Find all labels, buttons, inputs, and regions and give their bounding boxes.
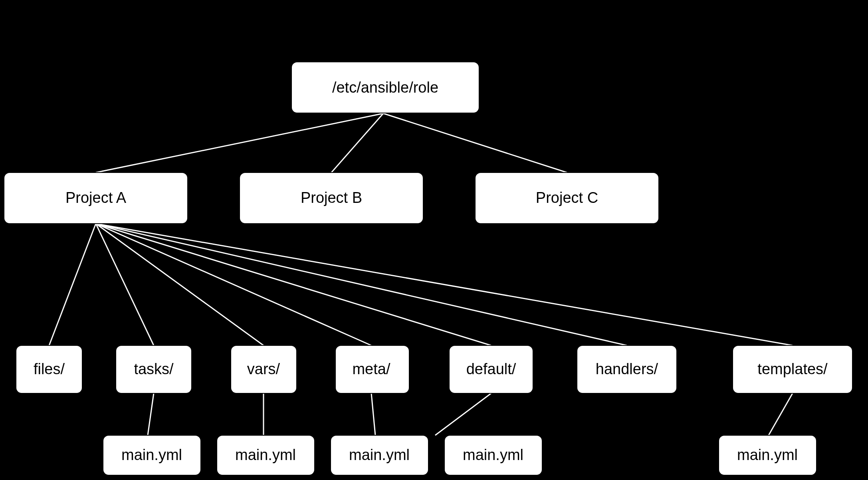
file-vars-main-label: main.yml bbox=[235, 446, 296, 463]
node-file-default-main: main.yml bbox=[444, 435, 542, 475]
node-file-tasks-main: main.yml bbox=[103, 435, 201, 475]
edge-templates-main bbox=[769, 393, 793, 435]
dir-default-label: default/ bbox=[466, 361, 516, 377]
node-dir-vars: vars/ bbox=[231, 345, 297, 393]
root-label: /etc/ansible/role bbox=[332, 79, 438, 96]
node-dir-templates: templates/ bbox=[733, 345, 852, 393]
node-project-a: Project A bbox=[4, 173, 188, 224]
dir-vars-label: vars/ bbox=[247, 361, 280, 377]
node-dir-files: files/ bbox=[16, 345, 82, 393]
edge-tasks-main bbox=[148, 393, 154, 435]
dir-templates-label: templates/ bbox=[757, 361, 828, 377]
edge-root-projectA bbox=[96, 113, 383, 173]
project-b-label: Project B bbox=[301, 189, 362, 206]
file-tasks-main-label: main.yml bbox=[121, 446, 182, 463]
dir-tasks-label: tasks/ bbox=[134, 361, 174, 377]
project-a-label: Project A bbox=[65, 189, 127, 206]
node-dir-default: default/ bbox=[449, 345, 533, 393]
node-dir-handlers: handlers/ bbox=[577, 345, 677, 393]
dir-files-label: files/ bbox=[34, 361, 65, 377]
node-file-templates-main: main.yml bbox=[719, 435, 816, 475]
edge-projA-templates bbox=[96, 224, 793, 345]
dir-meta-label: meta/ bbox=[352, 361, 390, 377]
node-root: /etc/ansible/role bbox=[291, 62, 479, 113]
edge-root-projectC bbox=[383, 113, 567, 173]
project-c-label: Project C bbox=[536, 189, 598, 206]
edge-projA-handlers bbox=[96, 224, 627, 345]
node-dir-meta: meta/ bbox=[335, 345, 409, 393]
file-meta-main-label: main.yml bbox=[349, 446, 410, 463]
ansible-role-tree-diagram: /etc/ansible/role Project A Project B Pr… bbox=[0, 0, 868, 480]
node-dir-tasks: tasks/ bbox=[116, 345, 192, 393]
node-project-c: Project C bbox=[475, 173, 659, 224]
edge-default-main bbox=[435, 393, 491, 435]
node-file-meta-main: main.yml bbox=[331, 435, 428, 475]
node-file-vars-main: main.yml bbox=[217, 435, 315, 475]
edge-projA-meta bbox=[96, 224, 371, 345]
dir-handlers-label: handlers/ bbox=[596, 361, 658, 377]
node-project-b: Project B bbox=[240, 173, 423, 224]
edge-meta-main bbox=[371, 393, 375, 435]
edge-projA-files bbox=[49, 224, 96, 345]
edge-projA-default bbox=[96, 224, 491, 345]
file-default-main-label: main.yml bbox=[463, 446, 523, 463]
edge-projA-vars bbox=[96, 224, 264, 345]
file-templates-main-label: main.yml bbox=[737, 446, 798, 463]
edge-projA-tasks bbox=[96, 224, 154, 345]
